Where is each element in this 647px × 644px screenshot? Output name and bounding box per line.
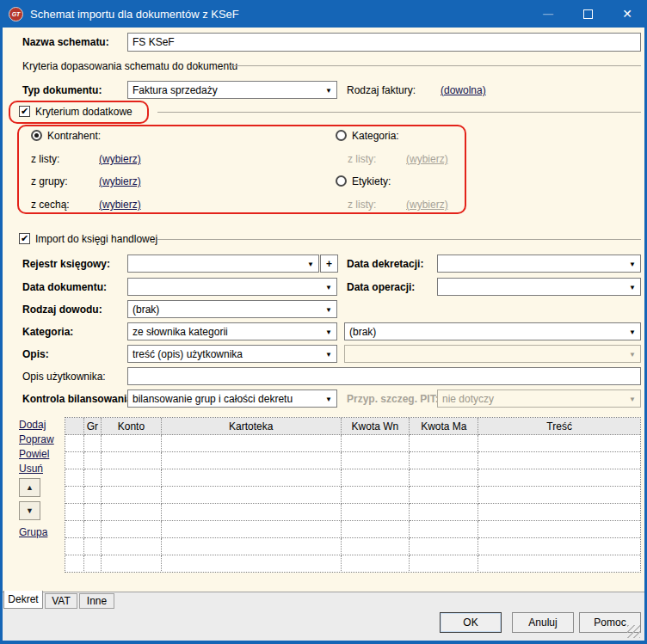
data-dekretacji-label: Data dekretacji:: [347, 258, 423, 270]
decree-table-cell: [410, 521, 478, 538]
data-dokumentu-label: Data dokumentu:: [22, 281, 107, 293]
kategoria-radio[interactable]: [336, 130, 347, 141]
chevron-down-icon: ▼: [325, 305, 332, 313]
kontrahent-z-grupy-label: z grupy:: [31, 175, 68, 187]
kategoria-source-select[interactable]: ze słownika kategorii ▼: [127, 322, 337, 340]
chevron-down-icon: ▼: [307, 260, 314, 267]
data-dokumentu-select[interactable]: ▼: [127, 278, 337, 296]
window-title: Schemat importu dla dokumentów z KSeF: [30, 8, 239, 21]
decree-table-cell: [102, 435, 162, 452]
decree-table-cell: [84, 504, 102, 521]
decree-table-row[interactable]: [65, 555, 640, 573]
decree-table-cell: [342, 555, 410, 573]
decree-table-cell: [342, 469, 410, 487]
data-operacji-select[interactable]: ▼: [437, 278, 641, 296]
decree-table-row[interactable]: [65, 452, 640, 469]
extra-criterion-divider: [157, 112, 641, 113]
chevron-down-icon: ▼: [325, 86, 332, 94]
decree-table-row[interactable]: [65, 487, 640, 504]
etykiety-label: Etykiety:: [352, 175, 391, 187]
kategoria-z-listy-link[interactable]: (wybierz): [406, 153, 448, 165]
powiel-link[interactable]: Powiel: [19, 448, 49, 460]
arrow-up-icon: ▲: [26, 483, 34, 492]
dialog-content: Nazwa schematu: Kryteria dopasowania sch…: [3, 28, 644, 641]
decree-table-cell: [162, 555, 342, 573]
decree-table-cell: [342, 435, 410, 452]
decree-table-cell: [162, 504, 342, 521]
etykiety-z-listy-label: z listy:: [348, 199, 376, 211]
data-dekretacji-select[interactable]: ▼: [437, 255, 641, 273]
decree-table-cell: [102, 521, 162, 538]
kontrahent-z-listy-link[interactable]: (wybierz): [99, 153, 141, 165]
decree-table-row[interactable]: [65, 504, 640, 521]
kategoria-value-select[interactable]: (brak) ▼: [344, 322, 641, 340]
move-up-button[interactable]: ▲: [19, 478, 40, 497]
schema-name-label: Nazwa schematu:: [22, 36, 109, 48]
decree-table-cell: [162, 487, 342, 504]
rodzaj-dowodu-label: Rodzaj dowodu:: [22, 304, 102, 316]
popraw-link[interactable]: Popraw: [19, 433, 54, 445]
kontrahent-z-listy-label: z listy:: [31, 153, 59, 165]
maximize-button[interactable]: [568, 0, 607, 28]
decree-table-row[interactable]: [65, 435, 640, 452]
close-button[interactable]: ✕: [607, 0, 647, 28]
etykiety-radio[interactable]: [336, 175, 347, 187]
minimize-button[interactable]: —: [528, 0, 568, 28]
rodzaj-dowodu-select[interactable]: (brak) ▼: [127, 300, 337, 318]
decree-table-cell: [84, 435, 102, 452]
decree-table-cell: [84, 538, 102, 555]
decree-table-cell: [65, 487, 84, 504]
decree-table-cell: [478, 504, 640, 521]
rejestr-select[interactable]: ▼: [127, 255, 319, 273]
kategoria-label: Kategoria:: [352, 130, 399, 142]
decree-table-cell: [65, 469, 84, 487]
kategoria-z-listy-label: z listy:: [348, 153, 376, 165]
data-operacji-label: Data operacji:: [347, 281, 415, 293]
import-divider: [157, 239, 641, 240]
rejestr-add-button[interactable]: +: [320, 255, 338, 273]
pit-select: nie dotyczy ▼: [437, 389, 641, 408]
chevron-down-icon: ▼: [629, 350, 636, 358]
move-down-button[interactable]: ▼: [19, 501, 40, 520]
kontrahent-z-cecha-link[interactable]: (wybierz): [99, 199, 141, 211]
opis-label: Opis:: [22, 348, 49, 360]
kontrola-select[interactable]: bilansowanie grup i całości dekretu ▼: [127, 389, 337, 408]
arrow-down-icon: ▼: [26, 506, 34, 515]
doc-type-value: Faktura sprzedaży: [132, 84, 218, 96]
decree-table-cell: [102, 452, 162, 469]
cancel-button[interactable]: Anuluj: [512, 612, 574, 633]
kategoria-value2: (brak): [349, 326, 376, 338]
decree-table-cell: [102, 538, 162, 555]
decree-table-cell: [478, 555, 640, 573]
resize-grip[interactable]: [627, 625, 640, 638]
decree-table-row[interactable]: [65, 538, 640, 555]
invoice-kind-link[interactable]: (dowolna): [441, 84, 486, 96]
decree-table-cell: [162, 452, 342, 469]
decree-table-cell: [84, 469, 102, 487]
decree-table[interactable]: GrKontoKartotekaKwota WnKwota MaTreść: [65, 417, 641, 573]
etykiety-z-listy-link[interactable]: (wybierz): [406, 199, 448, 211]
decree-table-cell: [65, 538, 84, 555]
opis-uzytkownika-input[interactable]: [127, 367, 641, 385]
doc-type-select[interactable]: Faktura sprzedaży ▼: [127, 81, 337, 99]
decree-table-row[interactable]: [65, 469, 640, 487]
titlebar[interactable]: GT Schemat importu dla dokumentów z KSeF…: [0, 0, 647, 28]
tab-vat[interactable]: VAT: [45, 593, 77, 609]
chevron-down-icon: ▼: [629, 395, 636, 402]
ok-button[interactable]: OK: [440, 612, 502, 633]
grupa-link[interactable]: Grupa: [19, 526, 47, 538]
kontrahent-z-grupy-link[interactable]: (wybierz): [99, 175, 141, 187]
dodaj-link[interactable]: Dodaj: [19, 419, 46, 431]
usun-link[interactable]: Usuń: [19, 463, 43, 475]
extra-criterion-checkbox[interactable]: [19, 106, 30, 117]
decree-table-row[interactable]: [65, 521, 640, 538]
criteria-group-title: Kryteria dopasowania schematu do dokumen…: [22, 60, 237, 72]
decree-table-cell: [478, 538, 640, 555]
kontrola-label: Kontrola bilansowania:: [22, 393, 136, 405]
kontrahent-radio[interactable]: [31, 130, 42, 141]
schema-name-input[interactable]: [127, 33, 641, 52]
tab-inne[interactable]: Inne: [79, 593, 114, 609]
tab-dekret[interactable]: Dekret: [3, 591, 43, 609]
import-checkbox[interactable]: [19, 233, 30, 244]
opis-source-select[interactable]: treść (opis) użytkownika ▼: [127, 345, 337, 363]
